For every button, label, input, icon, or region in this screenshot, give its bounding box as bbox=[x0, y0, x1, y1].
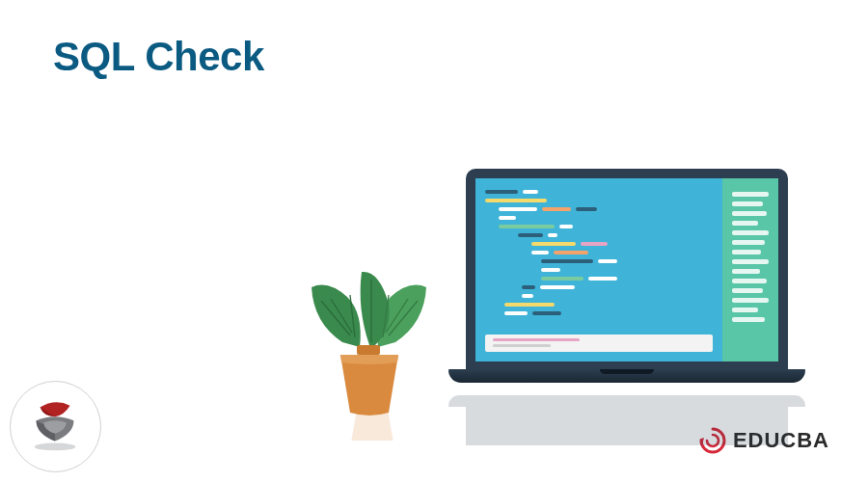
reflection bbox=[304, 395, 815, 448]
svg-point-0 bbox=[34, 442, 75, 450]
laptop-screen bbox=[466, 169, 788, 371]
hero-illustration bbox=[304, 169, 815, 448]
database-icon bbox=[23, 394, 89, 460]
plant-illustration bbox=[304, 251, 434, 419]
code-editor-area bbox=[475, 178, 722, 362]
editor-footer-bar bbox=[485, 335, 713, 352]
laptop-notch bbox=[600, 369, 654, 374]
sql-server-logo bbox=[10, 381, 101, 472]
editor-sidebar bbox=[722, 178, 778, 362]
laptop-illustration bbox=[448, 169, 805, 400]
page-title: SQL Check bbox=[53, 34, 264, 80]
svg-rect-2 bbox=[357, 345, 380, 355]
